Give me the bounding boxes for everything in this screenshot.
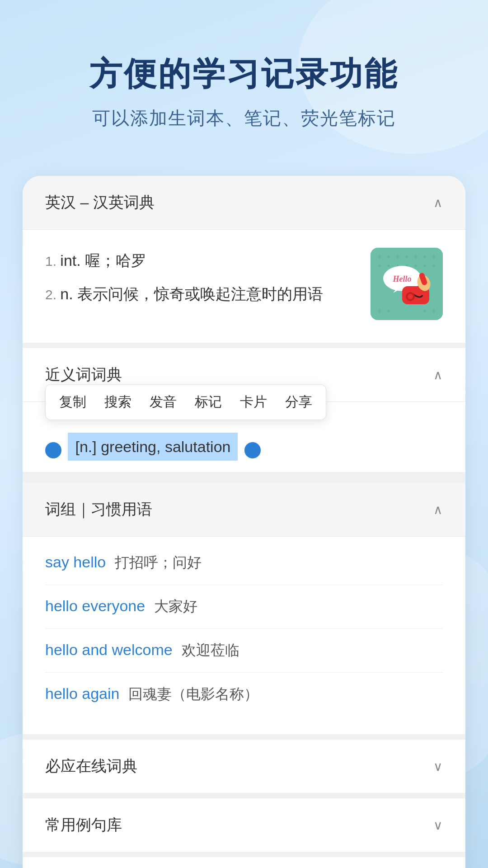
def-num-1: 1.: [45, 254, 60, 269]
def-pos-1: int.: [60, 252, 85, 269]
context-menu-mark[interactable]: 标记: [195, 393, 222, 411]
svg-point-9: [387, 264, 390, 267]
page-subtitle: 可以添加生词本、笔记、荧光笔标记: [27, 106, 461, 131]
svg-point-16: [387, 310, 390, 312]
selection-handle-right: [244, 442, 261, 458]
definition-item-1: 1. int. 喔；哈罗: [45, 248, 357, 274]
svg-point-4: [405, 255, 408, 258]
svg-point-26: [408, 294, 413, 299]
context-menu-search[interactable]: 搜索: [104, 393, 131, 411]
selection-handle-left: [45, 442, 61, 458]
dictionary-chevron-up-icon: ∧: [433, 195, 443, 210]
svg-point-7: [432, 255, 435, 258]
page-title: 方便的学习记录功能: [27, 54, 461, 93]
def-pos-2: n.: [60, 285, 77, 302]
svg-point-13: [423, 264, 426, 267]
phrases-chevron-up-icon: ∧: [433, 502, 443, 517]
header: 方便的学习记录功能 可以添加生词本、笔记、荧光笔标记: [0, 0, 488, 167]
svg-point-17: [423, 310, 426, 312]
svg-point-1: [378, 255, 381, 258]
svg-text:Hello: Hello: [393, 274, 412, 283]
definition-content: 1. int. 喔；哈罗 2. n. 表示问候，惊奇或唤起注意时的用语: [45, 248, 357, 315]
svg-point-6: [423, 255, 426, 258]
definition-item-2: 2. n. 表示问候，惊奇或唤起注意时的用语: [45, 281, 357, 307]
phrase-item-4[interactable]: hello again 回魂妻（电影名称）: [45, 673, 443, 716]
dictionary-section-title: 英汉 – 汉英词典: [45, 192, 155, 213]
svg-point-14: [432, 264, 435, 267]
dictionary-section-header[interactable]: 英汉 – 汉英词典 ∧: [23, 176, 465, 230]
synonym-section-title: 近义词词典: [45, 364, 122, 385]
selection-area: [n.] greeting, salutation: [45, 438, 443, 458]
def-num-2: 2.: [45, 287, 60, 302]
phrase-en-3: hello and welcome: [45, 641, 173, 659]
synonym-section: 近义词词典 ∧ 复制 搜索 发音 标记 卡片 分享 [n.] greeting,…: [23, 348, 465, 477]
context-menu-share[interactable]: 分享: [285, 393, 312, 411]
phrase-item-3[interactable]: hello and welcome 欢迎莅临: [45, 629, 443, 673]
definition-section: 1. int. 喔；哈罗 2. n. 表示问候，惊奇或唤起注意时的用语: [23, 230, 465, 348]
phrase-item-1[interactable]: say hello 打招呼；问好: [45, 541, 443, 585]
main-card: 英汉 – 汉英词典 ∧ 1. int. 喔；哈罗 2. n. 表示问候，惊奇或唤…: [23, 176, 465, 868]
biying-chevron-down-icon: ∨: [433, 759, 443, 774]
selected-synonym-text: [n.] greeting, salutation: [68, 433, 238, 461]
audio-section[interactable]: 听力原声例句 +: [23, 852, 465, 868]
biying-section[interactable]: 必应在线词典 ∨: [23, 734, 465, 793]
svg-point-8: [378, 264, 381, 267]
phrases-section-title: 词组｜习惯用语: [45, 499, 152, 520]
phrases-section: 词组｜习惯用语 ∧ say hello 打招呼；问好 hello everyon…: [23, 477, 465, 734]
svg-point-5: [414, 255, 417, 258]
phrase-zh-3: 欢迎莅临: [182, 641, 239, 660]
hello-image: Hello: [371, 248, 443, 320]
svg-point-15: [378, 310, 381, 312]
context-menu-copy[interactable]: 复制: [59, 393, 86, 411]
synonym-chevron-up-icon: ∧: [433, 368, 443, 382]
svg-point-18: [432, 310, 435, 312]
context-menu: 复制 搜索 发音 标记 卡片 分享: [45, 384, 326, 420]
example-chevron-down-icon: ∨: [433, 818, 443, 833]
phrase-en-4: hello again: [45, 685, 119, 703]
def-meaning-2: 表示问候，惊奇或唤起注意时的用语: [77, 285, 323, 302]
phrase-zh-2: 大家好: [154, 597, 197, 617]
example-section[interactable]: 常用例句库 ∨: [23, 793, 465, 852]
phrases-section-header[interactable]: 词组｜习惯用语 ∧: [23, 477, 465, 537]
phrase-item-2[interactable]: hello everyone 大家好: [45, 585, 443, 629]
context-menu-card[interactable]: 卡片: [240, 393, 267, 411]
biying-section-title: 必应在线词典: [45, 756, 137, 777]
phrase-zh-1: 打招呼；问好: [115, 553, 202, 573]
example-section-title: 常用例句库: [45, 815, 122, 835]
phrase-en-2: hello everyone: [45, 597, 145, 615]
context-menu-pronounce[interactable]: 发音: [150, 393, 177, 411]
phrase-zh-4: 回魂妻（电影名称）: [128, 684, 258, 704]
svg-point-3: [396, 255, 399, 258]
def-meaning-1: 喔；哈罗: [85, 252, 146, 269]
svg-point-12: [414, 264, 417, 267]
svg-point-2: [387, 255, 390, 258]
phrase-list: say hello 打招呼；问好 hello everyone 大家好 hell…: [23, 537, 465, 734]
phrase-en-1: say hello: [45, 553, 106, 571]
